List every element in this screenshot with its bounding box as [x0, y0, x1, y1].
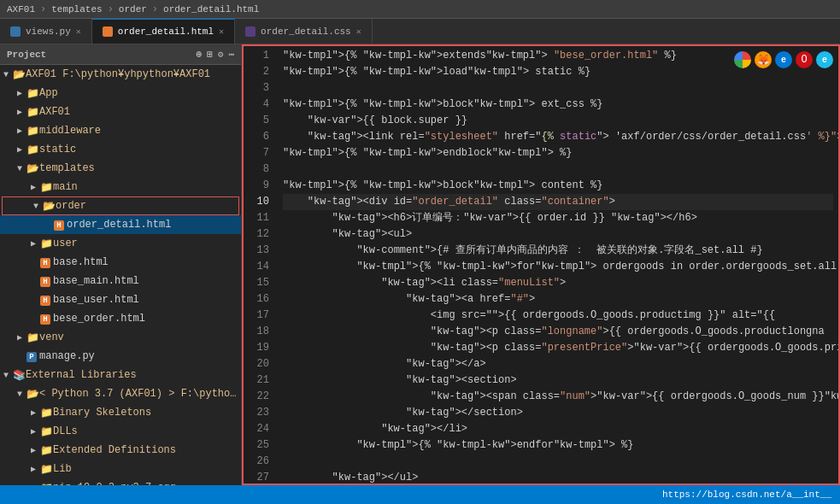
item-label: middleware: [39, 125, 238, 137]
tree-item-16[interactable]: ▼📚External Libraries: [0, 366, 241, 384]
tree-item-10[interactable]: Hbase.html: [0, 253, 241, 272]
item-icon: 📁: [39, 444, 53, 457]
code-line-21: "kw-tag"><section>: [283, 372, 833, 389]
code-line-22: "kw-tag"><span class="num">"kw-var">{{ o…: [283, 389, 833, 405]
tree-item-14[interactable]: ▶📁venv: [0, 328, 241, 347]
code-line-6: "kw-tag"><link rel="stylesheet" href="{%…: [283, 129, 833, 145]
code-line-7: "kw-tmpl">{% "kw-tmpl-kw">endblock"kw-tm…: [283, 145, 833, 161]
tree-item-17[interactable]: ▼📂< Python 3.7 (AXF01) > F:\python¥yhpyt: [0, 384, 241, 403]
item-icon: H: [53, 219, 67, 231]
tree-item-7[interactable]: ▼📂order: [2, 196, 239, 215]
tree-item-1[interactable]: ▶📁App: [0, 84, 241, 103]
tab-views-py[interactable]: views.py ✕: [0, 19, 92, 44]
item-label: manage.py: [39, 350, 238, 362]
tree-item-2[interactable]: ▶📁AXF01: [0, 103, 241, 121]
tab-label: views.py: [26, 26, 71, 37]
editor-panel: 🦊 e O e 12345678910111213141516171819202…: [242, 44, 840, 485]
tree-item-5[interactable]: ▼📂templates: [0, 159, 241, 178]
tab-bar: views.py ✕ order_detail.html ✕ order_det…: [0, 19, 840, 44]
tree-arrow: ▼: [14, 164, 26, 173]
tree-item-3[interactable]: ▶📁middleware: [0, 121, 241, 140]
code-line-27: "kw-tag"></ul>: [283, 470, 833, 485]
tree-arrow: ▼: [0, 371, 12, 380]
tree-item-18[interactable]: ▶📁Binary Skeletons: [0, 403, 241, 422]
tree-item-20[interactable]: ▶📁Extended Definitions: [0, 441, 241, 460]
browser-icons: 🦊 e O e: [734, 51, 833, 68]
chrome-icon[interactable]: [734, 51, 751, 68]
tree-arrow: ▶: [27, 445, 39, 455]
item-icon: 📁: [26, 106, 39, 119]
sidebar-header: Project ⊕ ⊞ ⚙ ⋯: [0, 44, 241, 65]
tab-close-css[interactable]: ✕: [356, 26, 361, 37]
breadcrumb: order_detail.html: [163, 4, 259, 15]
tab-order-detail-html[interactable]: order_detail.html ✕: [92, 19, 235, 44]
tree-item-6[interactable]: ▶📁main: [0, 178, 241, 196]
tree-arrow: ▼: [14, 390, 26, 399]
tab-close-views[interactable]: ✕: [76, 26, 81, 37]
status-bar: https://blog.csdn.net/a__int__: [0, 485, 840, 504]
item-label: bese_order.html: [53, 313, 238, 325]
breadcrumb: templates: [51, 4, 102, 15]
item-label: AXF01: [39, 106, 238, 118]
item-icon: H: [39, 313, 53, 325]
tab-label: order_detail.html: [118, 26, 214, 37]
toolbar-btn-add[interactable]: ⊕: [197, 49, 203, 60]
sidebar: Project ⊕ ⊞ ⚙ ⋯ ▼📂AXF01 F:\python¥yhpyth…: [0, 44, 242, 485]
ie-icon[interactable]: e: [816, 51, 833, 68]
tree-item-21[interactable]: ▶📁Lib: [0, 460, 241, 478]
tree-arrow: ▶: [27, 182, 39, 192]
tree-item-22[interactable]: ▶📁pip-19.0.3-py3.7.egg: [0, 478, 241, 485]
item-icon: 📁: [26, 331, 39, 344]
item-icon: 📁: [39, 425, 53, 438]
tree-arrow: ▼: [30, 202, 42, 211]
toolbar-btn-layout[interactable]: ⊞: [207, 49, 213, 60]
code-editor[interactable]: "kw-tmpl">{% "kw-tmpl-kw">extends"kw-tmp…: [276, 44, 840, 485]
item-icon: 📂: [42, 200, 56, 213]
item-icon: 📂: [12, 68, 26, 81]
tab-order-detail-css[interactable]: order_detail.css ✕: [235, 19, 373, 44]
code-line-5: "kw-var">{{ block.super }}: [283, 113, 833, 129]
file-tree: ▼📂AXF01 F:\python¥yhpython¥AXF01▶📁App▶📁A…: [0, 65, 241, 485]
tree-item-13[interactable]: Hbese_order.html: [0, 309, 241, 328]
file-icon: [10, 26, 21, 37]
code-line-18: "kw-tag"><p class="longname">{{ ordergoo…: [283, 324, 833, 340]
file-icon: [245, 26, 256, 37]
item-icon: H: [39, 256, 53, 268]
tree-arrow: ▶: [14, 126, 26, 136]
item-icon: 📁: [39, 463, 53, 476]
toolbar-btn-more[interactable]: ⋯: [228, 49, 234, 60]
file-icon: [103, 26, 113, 37]
tree-item-12[interactable]: Hbase_user.html: [0, 290, 241, 309]
tree-item-8[interactable]: Horder_detail.html: [0, 215, 241, 234]
item-label: DLLs: [53, 425, 238, 437]
tree-item-11[interactable]: Hbase_main.html: [0, 272, 241, 290]
breadcrumb: AXF01: [7, 4, 35, 15]
code-line-23: "kw-tag"></section>: [283, 405, 833, 421]
tree-item-4[interactable]: ▶📁static: [0, 140, 241, 159]
edge-icon[interactable]: e: [775, 51, 792, 68]
code-line-25: "kw-tmpl">{% "kw-tmpl-kw">endfor"kw-tmpl…: [283, 437, 833, 454]
tree-arrow: ▶: [14, 88, 26, 98]
item-label: Binary Skeletons: [53, 407, 238, 419]
code-line-20: "kw-tag"></a>: [283, 356, 833, 372]
code-line-4: "kw-tmpl">{% "kw-tmpl-kw">block"kw-tmpl"…: [283, 97, 833, 113]
opera-icon[interactable]: O: [796, 51, 813, 68]
tree-arrow: ▶: [14, 107, 26, 117]
tab-close-html[interactable]: ✕: [219, 26, 224, 37]
line-numbers: 1234567891011121314151617181920212223242…: [242, 44, 276, 485]
item-icon: P: [26, 350, 39, 362]
item-icon: 📁: [39, 181, 53, 194]
tree-arrow: ▶: [14, 332, 26, 343]
code-line-19: "kw-tag"><p class="presentPrice">"kw-var…: [283, 340, 833, 356]
item-icon: H: [39, 275, 53, 287]
item-label: External Libraries: [26, 369, 238, 381]
tree-item-15[interactable]: Pmanage.py: [0, 347, 241, 366]
firefox-icon[interactable]: 🦊: [755, 51, 772, 68]
tree-arrow: ▶: [27, 238, 39, 249]
toolbar-btn-settings[interactable]: ⚙: [218, 49, 224, 60]
tree-item-0[interactable]: ▼📂AXF01 F:\python¥yhpython¥AXF01: [0, 65, 241, 84]
tree-item-19[interactable]: ▶📁DLLs: [0, 422, 241, 441]
item-icon: 📁: [39, 407, 53, 419]
tree-item-9[interactable]: ▶📁user: [0, 234, 241, 253]
code-line-3: [283, 80, 833, 97]
